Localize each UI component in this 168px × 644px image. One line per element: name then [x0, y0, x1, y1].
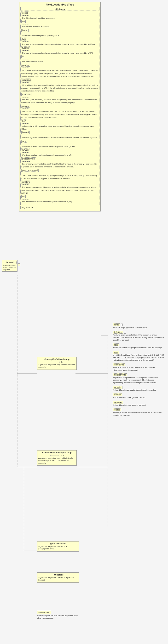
any-other-bottom-row: any ##other Extension point for user-def… [37, 611, 80, 620]
right-definition-icon: i [124, 331, 126, 334]
concept-relationships-group-desc: A group of properties required to indica… [38, 457, 76, 464]
attr-dots-how: •••••••••• [22, 122, 98, 124]
main-box-title: FlexLocationPropType [20, 3, 100, 6]
attr-name-qcode: qcode [21, 12, 29, 14]
concept-relationships-multiplicity: 0..∞ [61, 454, 64, 456]
right-sameas-desc: An identifier of a concept with equivale… [113, 389, 164, 391]
right-item-sameas: sameAs An identifier of a concept with e… [113, 386, 164, 391]
right-item-narrower-header: narrower [113, 401, 164, 404]
right-item-remoteinfo-header: remoteInfo [113, 363, 164, 366]
attr-name-creator: creator [21, 64, 30, 66]
attr-desc-custom: Indicates if the corresponding property … [21, 110, 96, 118]
attr-desc-modified: The date (and, optionally, the time) whe… [21, 99, 97, 104]
attr-dots-literal: •••••••••••• [22, 32, 98, 34]
attr-name-why: why [21, 140, 27, 143]
right-narrower-desc: An identifier of a more specific concept… [113, 404, 164, 406]
attr-dots-whyuri: •••••••••• [22, 151, 98, 154]
attr-name-how: how [21, 120, 27, 122]
right-item-facet: facet In NAR 1.8 and later, facet is dep… [113, 351, 164, 362]
concept-relationships-connector-symbol: ●————◇ [50, 454, 60, 456]
concept-relationships-group-box: ConceptRelationshipsGroup ●————◇ 0..∞ A … [37, 450, 77, 466]
attr-name-modified: modified [21, 93, 32, 96]
right-hierarchyinfo-label: hierarchyInfo [113, 373, 127, 376]
right-definition-desc: A natural language definition of the sem… [113, 334, 164, 341]
attr-desc-creatoruri: If the attribute is empty, specifies whi… [21, 84, 98, 92]
attr-dots-xmllang: •••••••••• [22, 184, 98, 186]
attributes-title: attributes [21, 8, 98, 11]
right-item-broader-header: broader [113, 393, 164, 396]
attr-desc-creator: If the property value is not defined, sp… [21, 69, 98, 77]
located-desc: The location from which the content orig… [3, 265, 16, 271]
attr-desc-pubconstrainturi: One or many constraints that apply to pu… [21, 174, 97, 180]
right-broader-label: broader [113, 393, 122, 396]
attr-why: why •••••••••• Why the metadata has been… [21, 140, 98, 148]
right-item-broader: broader An identifier of a more generic … [113, 393, 164, 399]
attr-name-howuri: howuri [21, 131, 30, 134]
attr-name-typeuri: typeuri [21, 46, 30, 49]
right-sameas-label: sameAs [113, 386, 122, 389]
attr-name-uri: uri [21, 20, 26, 23]
right-facet-desc: In NAR 1.8 and later, facet is deprecate… [113, 354, 164, 362]
attr-pubconstraint: pubconstraint •••••••••••• One or many c… [21, 157, 98, 168]
attr-name-id: id [21, 55, 25, 58]
attr-dots-pubconstrainturi: •••••••••••• [22, 172, 98, 174]
concept-relationships-group-title: ConceptRelationshipsGroup [38, 452, 76, 454]
right-remoteinfo-label: remoteInfo [113, 363, 125, 366]
right-item-related: related A concept, where the relationshi… [113, 408, 164, 416]
attr-desc-how: Indicates by which means the value was e… [21, 125, 94, 130]
attr-name-xmllang: xml:lang [21, 180, 32, 184]
attributes-box: attributes qcode •••••••••• The QCode wh… [20, 7, 100, 205]
right-item-note-header: note [113, 344, 164, 346]
poi-details-desc: A group of properties specific to a poin… [38, 576, 78, 582]
right-panel: name i A natural language name for the c… [113, 323, 164, 418]
attr-dots-why: •••••••••• [22, 143, 98, 145]
concept-definition-group-box: ConceptDefinitionGroup ●————◇ 0..∞ A gro… [37, 357, 77, 370]
attr-dots-howuri: •••••••••• [22, 134, 98, 136]
attr-literal: literal •••••••••••• A free-text value a… [21, 29, 98, 37]
attr-creator: creator •••••••••• If the property value… [21, 64, 98, 78]
right-item-hierarchyinfo-header: hierarchyInfo [113, 373, 164, 376]
main-box: FlexLocationPropType attributes qcode ••… [19, 2, 101, 212]
any-other-label: any ##other [20, 206, 34, 209]
attr-creatoruri: creatoruri ••••••••••• If the attribute … [21, 78, 98, 92]
located-title: located [3, 261, 16, 264]
attr-typeuri: typeuri •••••••••• The type of the conce… [21, 46, 98, 54]
attr-dots-creatoruri: ••••••••••• [22, 82, 98, 84]
attr-uri: uri •••••••••• A URI which identifies a … [21, 20, 98, 28]
concept-definition-connector-symbol: ●————◇ [50, 361, 60, 363]
concept-relationships-connector: ●————◇ 0..∞ [38, 454, 76, 456]
attr-name-pubconstrainturi: pubconstrainturi [21, 169, 38, 172]
poi-details-box: POIDetails A group of properties specifi… [37, 572, 79, 583]
right-item-definition: definition i A natural language definiti… [113, 331, 164, 341]
right-item-narrower: narrower An identifier of a more specifi… [113, 401, 164, 406]
concept-definition-group-desc: A group of properties required to define… [38, 364, 76, 368]
poi-details-title: POIDetails [38, 574, 78, 576]
right-note-desc: Additional natural language information … [113, 346, 164, 349]
right-remoteinfo-desc: A link to an item or a web resource whic… [113, 366, 164, 372]
right-hierarchyinfo-desc: Represents the position of a concept in … [113, 376, 164, 384]
attr-desc-typeuri: The type of the concept assigned as cont… [22, 52, 93, 54]
attr-dots-id: •••••••••• [22, 58, 98, 60]
attr-dots-pubconstraint: •••••••••••• [22, 160, 98, 162]
right-item-related-header: related [113, 408, 164, 411]
attr-how: how •••••••••• Indicates by which means … [21, 120, 98, 130]
attr-name-custom: custom [21, 105, 30, 108]
attr-desc-xmllang: The natural language of this property an… [21, 186, 96, 194]
right-item-remoteinfo: remoteInfo A link to an item or a web re… [113, 363, 164, 372]
attr-howuri: howuri •••••••••• Indicates by which mea… [21, 131, 98, 139]
attr-dots-creator: •••••••••• [22, 66, 98, 69]
attr-xmllang: xml:lang •••••••••• The natural language… [21, 180, 98, 194]
attr-name-whyuri: whyuri [21, 148, 30, 151]
geo-area-details-desc: A group of properties specific to a geog… [38, 545, 78, 550]
located-box: located The location from which the cont… [2, 260, 18, 272]
connector-node-symbol: •• [18, 264, 20, 266]
attr-modified: modified •••••••••• The date (and, optio… [21, 93, 98, 104]
attr-qcode: qcode •••••••••• The QCode which identif… [21, 12, 98, 20]
attr-desc-whyuri: Why the metadata has been included - exp… [22, 154, 72, 156]
attr-dots-uri: •••••••••• [22, 23, 98, 25]
attr-dots-modified: •••••••••• [22, 96, 98, 98]
right-narrower-label: narrower [113, 401, 123, 404]
concept-definition-multiplicity: 0..∞ [61, 361, 64, 363]
attr-desc-uri: A URI which identifies a concept. [22, 26, 50, 28]
right-note-label: note [113, 344, 119, 346]
